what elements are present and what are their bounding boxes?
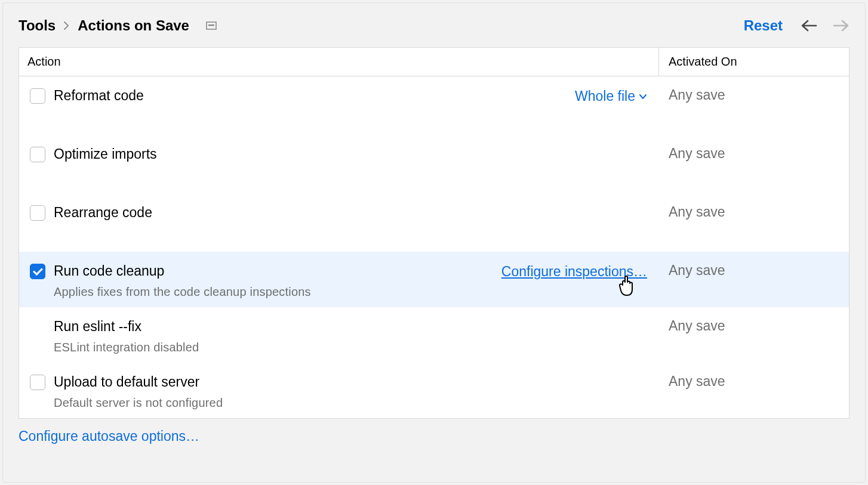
row-activated-label: Any save [659, 146, 849, 162]
panel-header: Tools Actions on Save Reset [3, 17, 865, 47]
column-header-activated[interactable]: Activated On [659, 48, 849, 76]
row-checkbox[interactable] [30, 375, 45, 390]
row-action-label: Rearrange code [54, 204, 647, 222]
configure-autosave-link[interactable]: Configure autosave options… [19, 428, 865, 444]
row-activated-label: Any save [659, 318, 849, 334]
table-row[interactable]: Upload to default serverDefault server i… [19, 363, 849, 418]
row-action-description: Default server is not configured [54, 396, 647, 410]
row-action-label: Reformat code [54, 87, 575, 105]
row-activated-label: Any save [659, 87, 849, 103]
table-row[interactable]: Reformat codeWhole fileAny save [19, 76, 849, 135]
scope-dropdown[interactable]: Whole file [575, 88, 647, 104]
row-action-label: Optimize imports [54, 146, 647, 163]
table-row[interactable]: Optimize importsAny save [19, 135, 849, 193]
breadcrumb: Tools Actions on Save [19, 17, 217, 34]
configure-inspections-link[interactable]: Configure inspections… [501, 264, 647, 280]
row-activated-label: Any save [659, 262, 849, 279]
chevron-down-icon [639, 94, 647, 100]
row-action-label: Run code cleanup [54, 262, 501, 280]
row-action-label: Run eslint --fix [54, 318, 647, 336]
settings-panel: Tools Actions on Save Reset Action Activ… [2, 2, 866, 483]
forward-arrow-icon [833, 20, 849, 32]
row-checkbox[interactable] [30, 264, 45, 279]
row-activated-label: Any save [659, 204, 849, 220]
nav-arrows [801, 20, 849, 32]
table-row[interactable]: Run eslint --fixESLint integration disab… [19, 307, 849, 363]
back-arrow-icon[interactable] [801, 20, 817, 32]
cursor-pointer-icon [616, 274, 638, 301]
table-row[interactable]: Run code cleanupApplies fixes from the c… [19, 252, 849, 307]
table-header: Action Activated On [19, 48, 849, 76]
row-checkbox[interactable] [30, 147, 45, 162]
reset-button[interactable]: Reset [744, 17, 783, 34]
table-row[interactable]: Rearrange codeAny save [19, 193, 849, 252]
row-checkbox[interactable] [30, 205, 45, 221]
expand-window-icon[interactable] [206, 21, 217, 30]
row-action-label: Upload to default server [54, 373, 647, 391]
actions-table: Action Activated On Reformat codeWhole f… [19, 47, 849, 419]
row-action-description: Applies fixes from the code cleanup insp… [54, 285, 501, 299]
breadcrumb-current: Actions on Save [78, 17, 189, 34]
row-activated-label: Any save [659, 373, 849, 390]
chevron-right-icon [64, 19, 69, 33]
row-checkbox[interactable] [30, 88, 45, 104]
row-action-description: ESLint integration disabled [54, 341, 647, 354]
breadcrumb-root[interactable]: Tools [19, 17, 56, 34]
column-header-action[interactable]: Action [19, 48, 659, 76]
svg-rect-1 [208, 24, 214, 26]
